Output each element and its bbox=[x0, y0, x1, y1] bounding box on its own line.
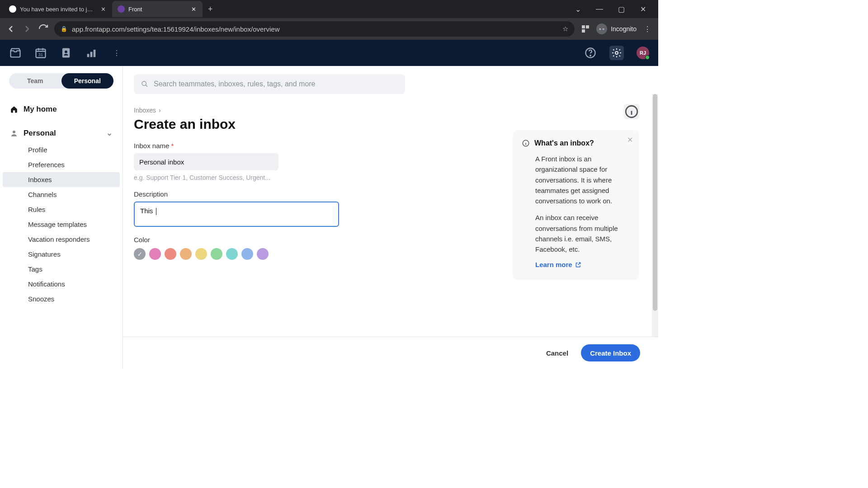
main-panel: Search teammates, inboxes, rules, tags, … bbox=[123, 66, 658, 369]
lock-icon: 🔒 bbox=[61, 26, 67, 32]
info-icon bbox=[522, 139, 530, 147]
scrollbar-thumb[interactable] bbox=[653, 94, 657, 311]
breadcrumb: Inboxes › bbox=[134, 107, 647, 114]
browser-chrome: You have been invited to join Fro ✕ Fron… bbox=[0, 0, 658, 40]
breadcrumb-root[interactable]: Inboxes bbox=[134, 107, 156, 114]
back-icon[interactable] bbox=[5, 23, 16, 34]
sidebar-item-profile[interactable]: Profile bbox=[3, 142, 120, 157]
color-swatch-5[interactable] bbox=[211, 248, 222, 260]
search-placeholder: Search teammates, inboxes, rules, tags, … bbox=[154, 80, 316, 88]
sidebar-item-channels[interactable]: Channels bbox=[3, 187, 120, 202]
learn-more-link[interactable]: Learn more bbox=[535, 261, 581, 268]
create-inbox-button[interactable]: Create Inbox bbox=[581, 344, 640, 361]
sidebar-label: My home bbox=[24, 105, 57, 114]
tab-strip: You have been invited to join Fro ✕ Fron… bbox=[0, 0, 658, 18]
color-swatch-6[interactable] bbox=[226, 248, 238, 260]
inbox-name-hint: e.g. Support Tier 1, Customer Success, U… bbox=[134, 174, 346, 181]
inbox-name-label: Inbox name * bbox=[134, 142, 346, 150]
svg-rect-0 bbox=[582, 25, 585, 28]
page-title: Create an inbox bbox=[134, 117, 647, 132]
color-swatch-2[interactable] bbox=[165, 248, 176, 260]
contacts-nav-icon[interactable] bbox=[60, 47, 72, 59]
cancel-button[interactable]: Cancel bbox=[537, 344, 577, 361]
user-avatar[interactable]: RJ bbox=[637, 47, 649, 59]
color-swatch-7[interactable] bbox=[241, 248, 253, 260]
toggle-personal[interactable]: Personal bbox=[61, 73, 114, 89]
maximize-icon[interactable]: ▢ bbox=[615, 5, 627, 14]
svg-point-12 bbox=[615, 52, 618, 54]
settings-nav-icon[interactable] bbox=[609, 46, 624, 60]
browser-tab-0[interactable]: You have been invited to join Fro ✕ bbox=[4, 1, 112, 17]
sidebar-item-preferences[interactable]: Preferences bbox=[3, 157, 120, 172]
info-card-p1: A Front inbox is an organizational space… bbox=[535, 154, 630, 206]
footer-actions: Cancel Create Inbox bbox=[123, 337, 658, 369]
tab-title: You have been invited to join Fro bbox=[20, 6, 96, 13]
reload-icon[interactable] bbox=[38, 23, 49, 34]
close-window-icon[interactable]: ✕ bbox=[637, 5, 649, 14]
scrollbar[interactable] bbox=[652, 94, 658, 337]
tab-title: Front bbox=[128, 6, 186, 13]
color-swatch-0[interactable]: ✓ bbox=[134, 248, 146, 260]
inbox-name-input[interactable] bbox=[134, 153, 278, 170]
color-swatch-4[interactable] bbox=[195, 248, 207, 260]
toggle-team[interactable]: Team bbox=[9, 73, 61, 89]
info-toggle-button[interactable] bbox=[624, 104, 639, 119]
new-tab-button[interactable]: + bbox=[203, 5, 218, 14]
star-icon[interactable]: ☆ bbox=[562, 25, 568, 33]
sidebar-item-signatures[interactable]: Signatures bbox=[3, 247, 120, 262]
color-label: Color bbox=[134, 236, 346, 244]
favicon-icon bbox=[9, 5, 16, 13]
close-icon[interactable]: ✕ bbox=[627, 136, 633, 144]
svg-point-6 bbox=[65, 51, 67, 53]
svg-rect-1 bbox=[586, 25, 589, 28]
forward-icon[interactable] bbox=[22, 23, 33, 34]
external-link-icon bbox=[575, 262, 581, 268]
window-controls: ⌄ ― ▢ ✕ bbox=[571, 5, 655, 14]
more-nav-icon[interactable]: ⋮ bbox=[110, 47, 123, 59]
sidebar-item-notifications[interactable]: Notifications bbox=[3, 277, 120, 291]
minimize-icon[interactable]: ― bbox=[593, 5, 606, 14]
color-swatch-1[interactable] bbox=[149, 248, 161, 260]
chevron-down-icon: ⌄ bbox=[106, 128, 113, 138]
content-area: Inboxes › Create an inbox Inbox name * e… bbox=[123, 94, 658, 337]
tab-close-icon[interactable]: ✕ bbox=[99, 5, 107, 13]
sidebar-personal-header[interactable]: Personal ⌄ bbox=[0, 124, 123, 142]
analytics-nav-icon[interactable] bbox=[85, 47, 98, 59]
tab-close-icon[interactable]: ✕ bbox=[190, 5, 197, 13]
url-text: app.frontapp.com/settings/tea:15619924/i… bbox=[72, 25, 558, 33]
tabs-dropdown-icon[interactable]: ⌄ bbox=[571, 5, 584, 14]
info-card: ✕ What's an inbox? A Front inbox is an o… bbox=[513, 130, 639, 280]
svg-text:31: 31 bbox=[38, 52, 43, 57]
sidebar-item-vacation-responders[interactable]: Vacation responders bbox=[3, 232, 120, 247]
description-input[interactable]: This bbox=[134, 202, 339, 227]
sidebar-item-rules[interactable]: Rules bbox=[3, 202, 120, 217]
calendar-nav-icon[interactable]: 31 bbox=[34, 47, 47, 59]
sidebar-item-inboxes[interactable]: Inboxes bbox=[3, 172, 120, 187]
svg-rect-7 bbox=[87, 54, 90, 57]
scope-toggle: Team Personal bbox=[9, 73, 113, 89]
browser-tab-1[interactable]: Front ✕ bbox=[112, 1, 203, 17]
sidebar-my-home[interactable]: My home bbox=[0, 100, 123, 118]
inbox-nav-icon[interactable] bbox=[9, 47, 22, 59]
sidebar-label: Personal bbox=[24, 129, 56, 138]
url-input[interactable]: 🔒 app.frontapp.com/settings/tea:15619924… bbox=[54, 21, 575, 37]
color-picker: ✓ bbox=[134, 248, 346, 260]
sidebar-item-snoozes[interactable]: Snoozes bbox=[3, 291, 120, 306]
help-icon[interactable] bbox=[584, 47, 597, 59]
svg-point-11 bbox=[590, 55, 591, 56]
avatar-initials: RJ bbox=[640, 50, 646, 56]
svg-point-13 bbox=[13, 131, 15, 133]
person-icon bbox=[10, 129, 18, 137]
sidebar-item-message-templates[interactable]: Message templates bbox=[3, 217, 120, 232]
extensions-icon[interactable] bbox=[580, 23, 591, 34]
color-swatch-8[interactable] bbox=[257, 248, 269, 260]
sidebar-item-tags[interactable]: Tags bbox=[3, 262, 120, 277]
incognito-indicator: 👓 Incognito bbox=[596, 23, 637, 34]
chevron-right-icon: › bbox=[159, 107, 161, 114]
settings-search[interactable]: Search teammates, inboxes, rules, tags, … bbox=[134, 74, 405, 94]
color-swatch-3[interactable] bbox=[180, 248, 192, 260]
app-header: 31 ⋮ RJ bbox=[0, 40, 658, 66]
browser-menu-icon[interactable]: ⋮ bbox=[642, 23, 653, 34]
required-marker: * bbox=[171, 142, 174, 150]
incognito-icon: 👓 bbox=[596, 23, 607, 34]
